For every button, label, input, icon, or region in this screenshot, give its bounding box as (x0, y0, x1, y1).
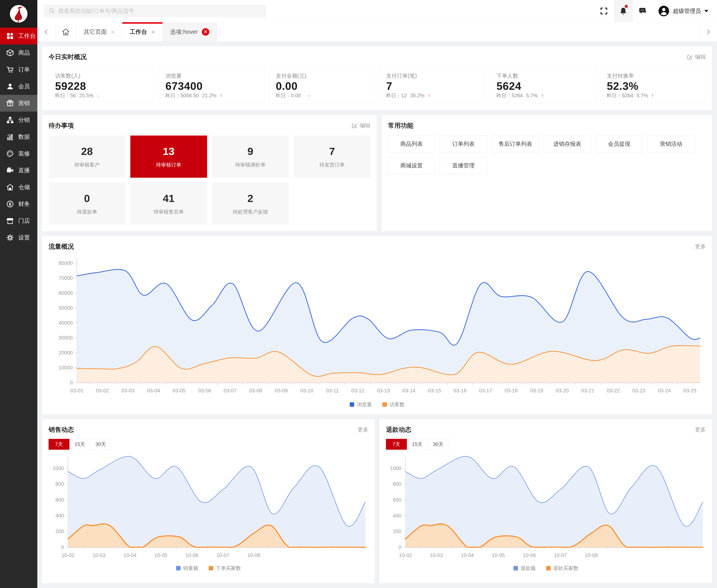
range-tab-7天[interactable]: 7天 (386, 439, 407, 450)
refund-panel: 退款动态 更多 7天15天30天 0200400600800100010-021… (380, 419, 712, 583)
sidebar-item-distribution[interactable]: 分销 (0, 112, 37, 128)
sidebar-item-workbench[interactable]: 工作台 (0, 28, 37, 44)
todo-tile[interactable]: 0待退款单 (48, 183, 125, 225)
quick-function-button[interactable]: 订单列表 (440, 135, 487, 152)
legend-item[interactable]: 下单买家数 (209, 565, 241, 572)
trend-up-icon: ↑ (541, 93, 544, 99)
legend-label: 退款额 (520, 565, 536, 572)
gear-icon (6, 234, 14, 241)
messages-button[interactable] (633, 0, 652, 22)
tab-workbench[interactable]: 工作台× (122, 22, 163, 41)
overview-edit-button[interactable]: 编辑 (687, 53, 706, 61)
quick-function-button[interactable]: 直播管理 (440, 157, 487, 174)
user-icon (6, 83, 14, 90)
sidebar-item-decorate[interactable]: 装修 (0, 145, 37, 162)
tab-other-page[interactable]: 其它页面× (76, 22, 122, 41)
sidebar-item-orders[interactable]: 订单 (0, 61, 37, 78)
range-tab-15天[interactable]: 15天 (69, 439, 90, 450)
sidebar-item-stores[interactable]: 门店 (0, 212, 37, 229)
quick-function-button[interactable]: 会员提现 (596, 135, 643, 152)
stat-card-label: 访客数(人) (55, 72, 147, 80)
fullscreen-button[interactable] (594, 0, 614, 22)
sidebar-item-label: 会员 (18, 83, 30, 90)
x-axis-label: 03-13 (377, 388, 390, 394)
quick-function-button[interactable]: 商品列表 (388, 135, 435, 152)
edit-icon (687, 54, 693, 60)
trend-down-icon: ↓ (97, 93, 100, 99)
tab-close-icon[interactable]: × (151, 29, 155, 35)
tab-hover-option[interactable]: 选项:hover✕ (163, 22, 217, 41)
range-tab-15天[interactable]: 15天 (407, 439, 428, 450)
yesterday-value: 昨日：5056.50 (165, 92, 199, 99)
legend-label: 访客数 (389, 401, 405, 408)
todo-tile[interactable]: 9待审核调价单 (212, 135, 289, 178)
search-input[interactable] (58, 8, 262, 14)
quick-function-button[interactable]: 营销活动 (648, 135, 695, 152)
sidebar-item-warehouse[interactable]: 仓储 (0, 179, 37, 196)
sidebar-item-marketing[interactable]: 营销 (0, 95, 37, 112)
legend-item[interactable]: 退款额 (513, 565, 536, 572)
x-axis-label: 10-04 (123, 552, 136, 558)
stat-card-yesterday: 昨日：52645.7%↑ (496, 92, 589, 99)
sidebar-item-label: 工作台 (18, 32, 36, 40)
tab-close-icon[interactable]: × (111, 29, 115, 35)
video-icon (6, 167, 14, 174)
legend-label: 销量额 (183, 565, 198, 572)
user-menu[interactable]: 超级管理员 (658, 5, 709, 17)
x-axis-label: 03-08 (249, 388, 262, 394)
sidebar-item-label: 设置 (18, 234, 30, 241)
trend-up-icon: ↑ (652, 93, 654, 99)
tab-close-icon[interactable]: ✕ (202, 28, 209, 36)
y-axis-label: 0 (398, 545, 401, 550)
tab-scroll-right-button[interactable] (699, 22, 717, 41)
legend-item[interactable]: 销量额 (176, 565, 198, 572)
stat-card: 支付订单(笔)7昨日：1235.2%↑ (380, 66, 485, 104)
yesterday-value: 昨日：56 (55, 92, 76, 99)
legend-item[interactable]: 退款买家数 (546, 565, 578, 572)
sidebar-item-settings[interactable]: 设置 (0, 229, 37, 246)
refund-more-link[interactable]: 更多 (695, 426, 706, 434)
todo-edit-button[interactable]: 编辑 (351, 122, 370, 129)
todo-count: 13 (163, 145, 175, 158)
sidebar-item-label: 商品 (18, 49, 30, 57)
traffic-panel: 流量概况 更多 01000020000300004000050000600007… (42, 236, 712, 414)
traffic-more-link[interactable]: 更多 (695, 243, 706, 250)
range-tab-30天[interactable]: 30天 (428, 439, 449, 450)
sidebar-item-live[interactable]: 直播 (0, 162, 37, 179)
sidebar-item-goods[interactable]: 商品 (0, 44, 37, 61)
quick-function-button[interactable]: 售后订单列表 (492, 135, 539, 152)
sales-more-link[interactable]: 更多 (357, 426, 368, 434)
sidebar-item-finance[interactable]: 财务 (0, 196, 37, 212)
y-axis-label: 800 (393, 481, 401, 487)
todo-tile[interactable]: 41待审核售后单 (130, 183, 207, 225)
trend-up-icon: ↑ (428, 93, 431, 99)
tab-home-button[interactable] (55, 22, 76, 41)
stat-card-label: 浏览量 (165, 72, 258, 80)
gift-icon (6, 100, 14, 107)
range-tab-30天[interactable]: 30天 (90, 439, 111, 450)
yesterday-value: 昨日：5264 (496, 92, 523, 99)
app-logo[interactable] (0, 0, 37, 28)
legend-item[interactable]: 访客数 (383, 401, 405, 408)
quick-function-button[interactable]: 商城设置 (388, 157, 435, 174)
todo-tile[interactable]: 2待处理客户反馈 (212, 183, 289, 225)
todo-label: 待退款单 (77, 209, 97, 215)
quick-function-button[interactable]: 进销存报表 (544, 135, 591, 152)
todo-label: 待审核售后单 (153, 209, 184, 215)
refund-title: 退款动态 (386, 425, 411, 434)
legend-item[interactable]: 浏览量 (350, 401, 372, 408)
legend-swatch (546, 566, 551, 570)
range-tab-7天[interactable]: 7天 (48, 439, 69, 450)
legend-swatch (383, 402, 387, 407)
sidebar-item-members[interactable]: 会员 (0, 78, 37, 95)
todo-tile[interactable]: 7待发货订单 (294, 135, 371, 178)
todo-tile[interactable]: 13待审核订单 (130, 135, 207, 178)
tab-scroll-left-button[interactable] (37, 22, 55, 41)
todo-tile[interactable]: 28待审核客户 (48, 135, 125, 178)
coin-icon (6, 200, 14, 208)
search-box[interactable] (44, 5, 266, 17)
traffic-legend: 浏览量访客数 (48, 401, 706, 408)
sidebar-item-data[interactable]: 数据 (0, 128, 37, 145)
notifications-button[interactable] (614, 0, 633, 22)
chart-icon (6, 133, 14, 141)
